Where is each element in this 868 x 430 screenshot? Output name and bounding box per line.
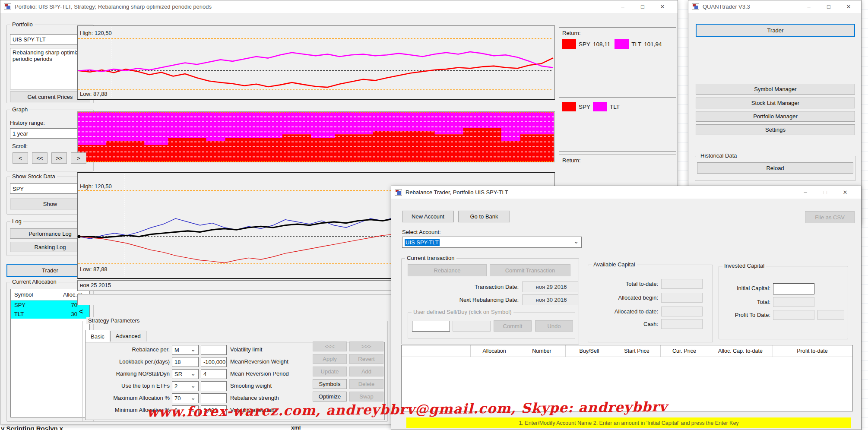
param-combo[interactable]: SR⌄ (172, 369, 199, 379)
param-combo-value: SR (174, 371, 182, 377)
available-capital-group: Available Capital (588, 265, 713, 342)
file-as-csv-button[interactable]: File as CSV (805, 211, 855, 223)
column-header-number[interactable]: Number (518, 345, 566, 357)
column-header-start-price[interactable]: Start Price (613, 345, 661, 357)
param-combo[interactable]: 2⌄ (172, 381, 199, 391)
legend-label: SPY (579, 104, 590, 110)
symbol-manager-button[interactable]: Symbol Manager (696, 84, 855, 95)
param-label: Rebalance per. (91, 346, 170, 353)
update-button[interactable]: Update (313, 367, 347, 376)
scroll-forward-button[interactable]: > (71, 152, 86, 164)
column-header-cur-price[interactable]: Cur. Price (661, 345, 708, 357)
param-label-2: MeanReversion Weight (230, 358, 288, 365)
allocation-row[interactable]: TLT30 (11, 310, 89, 319)
scroll-fast-back-button[interactable]: << (32, 152, 48, 164)
collapse-panel-arrow[interactable]: < (79, 308, 83, 316)
transaction-date-label: Transaction Date: (443, 284, 519, 290)
add-button[interactable]: Add (349, 367, 383, 376)
available-capital-row-label: Cash: (594, 321, 658, 327)
sellbuy-amount-input[interactable] (453, 321, 491, 332)
param-input[interactable]: 18 (172, 357, 199, 367)
available-capital-field (661, 293, 703, 303)
maximize-icon[interactable]: □ (633, 3, 653, 10)
transaction-date-field: ноя 29 2016 (522, 281, 578, 292)
background-window-title: y Scripting Roslyn x (1, 425, 63, 430)
param-input-2[interactable] (201, 345, 227, 355)
current-allocation-label: Current Allocation (10, 278, 58, 285)
invested-capital-row-label: Profit To Date: (724, 312, 770, 318)
go-to-bank-button[interactable]: Go to Bank (458, 211, 510, 222)
param-combo-value: M (174, 347, 179, 353)
swap-button[interactable]: Swap (349, 392, 383, 402)
optimize-button[interactable]: Optimize (313, 392, 347, 402)
select-account-combo[interactable]: UIS SPY-TLT ⌄ (402, 237, 582, 248)
column-header-blank[interactable] (402, 345, 471, 357)
close-icon[interactable]: ✕ (839, 3, 858, 10)
select-account-label: Select Account: (402, 229, 441, 235)
close-icon[interactable]: ✕ (835, 189, 855, 196)
commit-transaction-button[interactable]: Commit Transaction (490, 264, 570, 276)
param-label: Maximum Allocation % (91, 395, 170, 401)
chevron-down-icon: ⌄ (190, 394, 196, 401)
allocation-table[interactable]: Symbol Alloc. % SPY70TLT30 (10, 289, 90, 417)
settings-button[interactable]: Settings (696, 124, 855, 135)
historical-data-label: Historical Data (699, 152, 739, 159)
param-input-2[interactable]: 4 (201, 369, 227, 379)
available-capital-field (661, 319, 703, 329)
column-header-allocation[interactable]: Allocation (471, 345, 518, 357)
minimize-icon[interactable]: – (795, 189, 815, 196)
maximize-icon[interactable]: □ (819, 3, 839, 10)
minimize-icon[interactable]: – (613, 3, 633, 10)
param-label-2: Mean Reversion Period (230, 370, 289, 377)
scroll-label: Scroll: (12, 143, 28, 149)
available-capital-row-label: Total to-date: (594, 281, 658, 287)
quant-trader-button[interactable]: Trader (696, 24, 855, 37)
param-label: Use the top n ETFs (91, 383, 170, 389)
scroll-back-button[interactable]: < (13, 152, 28, 164)
param-input-2[interactable] (201, 381, 227, 391)
rebalance-button[interactable]: Rebalance (408, 264, 487, 276)
param-combo[interactable]: M⌄ (172, 345, 199, 355)
next-rebalancing-date-value: ноя 30 2016 (535, 297, 567, 303)
sellbuy-symbol-input[interactable] (412, 321, 450, 332)
column-header-alloc-cap-to-date[interactable]: Alloc. Cap. to-date (708, 345, 773, 357)
legend-swatch-tlt (615, 39, 629, 49)
stock-select-value: SPY (13, 186, 24, 192)
new-account-button[interactable]: New Account (402, 211, 454, 222)
dialog-status-text: 1. Enter/Modify Account Name 2. Enter an… (519, 420, 738, 426)
stock-list-manager-button[interactable]: Stock List Manager (696, 98, 855, 108)
prev-set-button[interactable]: <<< (313, 341, 347, 351)
legend-label: SPY (579, 41, 590, 47)
initial-capital-input[interactable] (773, 283, 814, 294)
portfolio-select-value: UIS SPY-TLT (13, 36, 46, 43)
column-header-buy-sell[interactable]: Buy/Sell (566, 345, 613, 357)
legend-swatch-tlt (593, 102, 607, 111)
next-set-button[interactable]: >>> (349, 341, 383, 351)
commit-button[interactable]: Commit (494, 320, 532, 332)
dialog-titlebar: Rebalance Trader, Portfolio UIS SPY-TLT … (391, 186, 861, 199)
param-input-2[interactable]: -100,000 (201, 357, 227, 367)
allocation-value: 30 (54, 311, 89, 317)
param-combo-value: 2 (174, 383, 177, 389)
next-rebalancing-date-label: Next Rebalancing Date: (434, 297, 519, 303)
minimize-icon[interactable]: – (799, 3, 819, 10)
delete-button[interactable]: Delete (349, 379, 383, 389)
rebalance-dialog: Rebalance Trader, Portfolio UIS SPY-TLT … (391, 186, 862, 430)
app-icon (4, 3, 11, 10)
portfolio-manager-button[interactable]: Portfolio Manager (696, 111, 855, 122)
undo-button[interactable]: Undo (535, 320, 573, 332)
param-combo[interactable]: 70⌄ (172, 393, 199, 403)
tab-basic[interactable]: Basic (85, 330, 110, 342)
tab-advanced[interactable]: Advanced (110, 331, 146, 341)
param-input-2[interactable] (201, 393, 227, 403)
column-header-profit-to-date[interactable]: Profit to-date (773, 345, 852, 357)
user-defined-sellbuy-label: User defined Sell/Buy (click on Symbol) (412, 309, 513, 315)
invested-capital-field (773, 310, 814, 320)
symbols-button[interactable]: Symbols (313, 379, 347, 389)
apply-button[interactable]: Apply (313, 354, 347, 364)
revert-button[interactable]: Revert (349, 354, 383, 364)
maximize-icon[interactable]: □ (815, 189, 835, 196)
close-icon[interactable]: ✕ (653, 3, 672, 10)
scroll-fast-forward-button[interactable]: >> (51, 152, 67, 164)
reload-button[interactable]: Reload (697, 162, 853, 174)
